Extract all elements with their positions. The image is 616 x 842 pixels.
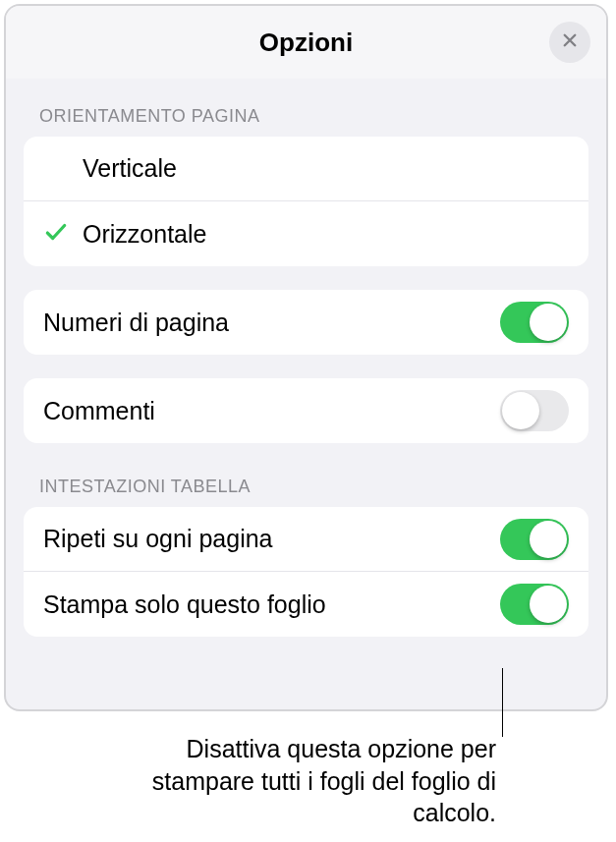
orientation-label: Orizzontale <box>83 220 569 249</box>
options-panel: Opzioni ORIENTAMENTO PAGINA Verticale Or… <box>4 4 608 711</box>
comments-row: Commenti <box>24 378 588 443</box>
header-title: Opzioni <box>259 28 353 58</box>
print-only-sheet-toggle[interactable] <box>500 584 569 625</box>
orientation-option-vertical[interactable]: Verticale <box>24 137 588 201</box>
close-icon <box>561 31 579 53</box>
page-numbers-row: Numeri di pagina <box>24 290 588 355</box>
print-only-sheet-label: Stampa solo questo foglio <box>43 590 500 619</box>
checkmark-slot <box>43 219 83 249</box>
comments-label: Commenti <box>43 397 500 425</box>
orientation-label: Verticale <box>83 154 569 183</box>
page-numbers-toggle[interactable] <box>500 302 569 343</box>
comments-group: Commenti <box>24 378 588 443</box>
table-headers-section-label: INTESTAZIONI TABELLA <box>39 477 573 497</box>
repeat-headers-row: Ripeti su ogni pagina <box>24 507 588 572</box>
header: Opzioni <box>6 6 606 79</box>
page-numbers-label: Numeri di pagina <box>43 309 500 337</box>
orientation-group: Verticale Orizzontale <box>24 137 588 266</box>
repeat-headers-toggle[interactable] <box>500 519 569 560</box>
callout-leader-line <box>502 668 503 737</box>
callout-text: Disattiva questa opzione per stampare tu… <box>147 733 496 829</box>
comments-toggle[interactable] <box>500 390 569 431</box>
table-headers-group: Ripeti su ogni pagina Stampa solo questo… <box>24 507 588 637</box>
repeat-headers-label: Ripeti su ogni pagina <box>43 525 500 553</box>
checkmark-icon <box>43 219 69 249</box>
orientation-section-label: ORIENTAMENTO PAGINA <box>39 106 573 127</box>
orientation-option-horizontal[interactable]: Orizzontale <box>24 201 588 266</box>
page-numbers-group: Numeri di pagina <box>24 290 588 355</box>
print-only-sheet-row: Stampa solo questo foglio <box>24 572 588 637</box>
close-button[interactable] <box>549 22 590 63</box>
content: ORIENTAMENTO PAGINA Verticale Orizzontal… <box>6 106 606 637</box>
